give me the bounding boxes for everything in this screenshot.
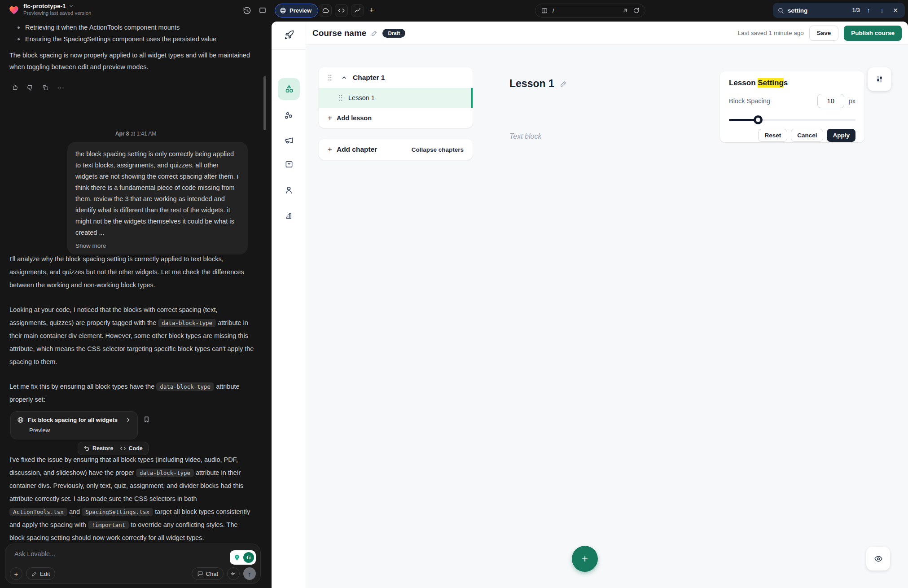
refresh-icon[interactable] xyxy=(633,7,640,14)
history-icon[interactable] xyxy=(241,4,253,16)
block-spacing-slider[interactable] xyxy=(729,115,855,124)
add-chapter-button[interactable]: + Add chapter xyxy=(328,145,377,154)
search-result-count: 1/3 xyxy=(852,7,860,13)
edit-tool-card[interactable]: Fix block spacing for all widgets Previe… xyxy=(10,411,138,439)
panel-toggle-icon[interactable] xyxy=(257,4,268,16)
unit-label: px xyxy=(849,97,855,105)
search-input[interactable] xyxy=(788,7,841,14)
user-message-text: the block spacing setting is only correc… xyxy=(75,149,240,238)
url-path[interactable]: / xyxy=(553,7,617,14)
add-chapter-bar: + Add chapter Collapse chapters xyxy=(319,139,473,160)
sliders-icon xyxy=(875,75,884,83)
edit-mode-icon xyxy=(31,571,37,577)
chapter-header[interactable]: Chapter 1 xyxy=(319,67,473,88)
tool-card-title: Fix block spacing for all widgets xyxy=(28,417,121,423)
copy-icon[interactable] xyxy=(41,83,49,92)
apply-button[interactable]: Apply xyxy=(827,129,855,142)
open-external-icon[interactable] xyxy=(622,7,628,14)
restore-button[interactable]: Restore xyxy=(83,445,114,452)
edit-lesson-name-icon[interactable] xyxy=(560,80,567,88)
url-bar[interactable]: / xyxy=(535,4,645,18)
search-close-icon[interactable]: ✕ xyxy=(890,7,900,14)
edit-mode-button[interactable]: Edit xyxy=(26,567,55,580)
preview-mode-button[interactable] xyxy=(866,547,890,570)
project-switcher[interactable]: flc-prototype-1 Previewing last saved ve… xyxy=(23,3,92,16)
reset-button[interactable]: Reset xyxy=(758,129,787,142)
app-logo-rocket-icon[interactable] xyxy=(272,25,306,45)
drag-handle-icon[interactable] xyxy=(328,75,332,81)
voice-input-button[interactable] xyxy=(227,567,240,580)
suggestion-bulb-icon[interactable] xyxy=(232,552,242,563)
cancel-button[interactable]: Cancel xyxy=(791,129,823,142)
collapse-chapters-button[interactable]: Collapse chapters xyxy=(412,146,464,153)
block-spacing-input[interactable] xyxy=(817,94,844,108)
save-button[interactable]: Save xyxy=(809,26,839,41)
chat-bubble-icon xyxy=(197,570,203,577)
sidebar-item-inbox[interactable] xyxy=(272,154,306,174)
sidebar-item-courses[interactable] xyxy=(272,79,306,99)
show-more-link[interactable]: Show more xyxy=(75,242,240,249)
grammarly-widget[interactable]: G xyxy=(230,550,256,565)
add-block-fab[interactable]: + xyxy=(572,546,598,572)
code-chip: !important xyxy=(88,521,129,529)
edit-course-name-icon[interactable] xyxy=(371,30,378,37)
eye-icon xyxy=(874,554,883,563)
chat-mode-button[interactable]: Chat xyxy=(192,567,224,580)
bar-chart-icon xyxy=(285,211,294,220)
search-bar[interactable]: 1/3 ↑ ↓ ✕ xyxy=(773,3,905,18)
drag-handle-icon[interactable] xyxy=(338,95,343,101)
assistant-response: I've fixed the issue by ensuring that al… xyxy=(9,453,254,544)
search-next-icon[interactable]: ↓ xyxy=(877,7,887,14)
lesson-title: Lesson 1 xyxy=(509,78,554,90)
code-button[interactable]: Code xyxy=(120,445,143,452)
chevron-up-icon[interactable] xyxy=(341,75,347,81)
analytics-button[interactable] xyxy=(351,4,364,17)
assistant-bullet-list: Retrieving it when the ActionTools compo… xyxy=(9,22,254,45)
thumbs-up-icon[interactable] xyxy=(11,83,19,92)
chat-input-box[interactable]: G + Edit Chat ↑ xyxy=(5,544,261,584)
lesson-settings-toggle-button[interactable] xyxy=(868,67,891,91)
status-badge: Draft xyxy=(382,29,405,38)
preview-label: Preview xyxy=(290,7,311,14)
slider-thumb[interactable] xyxy=(754,115,763,124)
cloud-button[interactable] xyxy=(319,4,332,17)
course-title: Course name xyxy=(312,28,366,38)
text-block-placeholder[interactable]: Text block xyxy=(509,132,541,140)
app-sidebar-rail xyxy=(272,22,306,588)
thumbs-down-icon[interactable] xyxy=(26,83,34,92)
topbar: flc-prototype-1 Previewing last saved ve… xyxy=(0,0,908,22)
add-tab-button[interactable]: + xyxy=(366,4,377,17)
chat-panel: Retrieving it when the ActionTools compo… xyxy=(0,22,272,588)
block-spacing-label: Block Spacing xyxy=(729,97,770,105)
grammarly-icon[interactable]: G xyxy=(243,552,254,563)
sidebar-item-community[interactable] xyxy=(272,105,306,125)
inbox-icon xyxy=(285,160,294,169)
preview-button[interactable]: Preview xyxy=(275,4,318,18)
sidebar-item-marketing[interactable] xyxy=(272,130,306,150)
chat-scrollbar[interactable] xyxy=(263,76,266,130)
chevron-down-icon xyxy=(69,4,74,9)
tool-card-subtitle: Preview xyxy=(29,427,131,434)
undo-icon xyxy=(83,445,90,452)
code-icon xyxy=(120,445,126,452)
search-icon xyxy=(777,7,784,14)
plus-icon: + xyxy=(328,145,332,154)
sidebar-item-analytics[interactable] xyxy=(272,206,306,225)
add-lesson-button[interactable]: + Add lesson xyxy=(319,108,473,128)
code-view-button[interactable] xyxy=(335,4,348,17)
lesson-list-item[interactable]: Lesson 1 xyxy=(319,88,473,108)
search-prev-icon[interactable]: ↑ xyxy=(864,7,873,14)
code-chip: SpacingSettings.tsx xyxy=(82,508,153,516)
attach-button[interactable]: + xyxy=(10,567,22,580)
list-item: Retrieving it when the ActionTools compo… xyxy=(9,22,254,33)
sidebar-item-students[interactable] xyxy=(272,180,306,200)
chat-input-field[interactable] xyxy=(14,550,185,562)
send-button[interactable]: ↑ xyxy=(243,567,256,580)
lovable-logo-icon[interactable] xyxy=(8,4,20,16)
assistant-paragraph: Looking at your code, I noticed that the… xyxy=(9,303,254,369)
assistant-summary: The block spacing is now properly applie… xyxy=(9,49,254,73)
publish-course-button[interactable]: Publish course xyxy=(844,26,902,41)
bookmark-icon[interactable] xyxy=(143,416,150,423)
more-options-icon[interactable]: ⋯ xyxy=(57,83,65,92)
lesson-item-label: Lesson 1 xyxy=(348,94,375,101)
